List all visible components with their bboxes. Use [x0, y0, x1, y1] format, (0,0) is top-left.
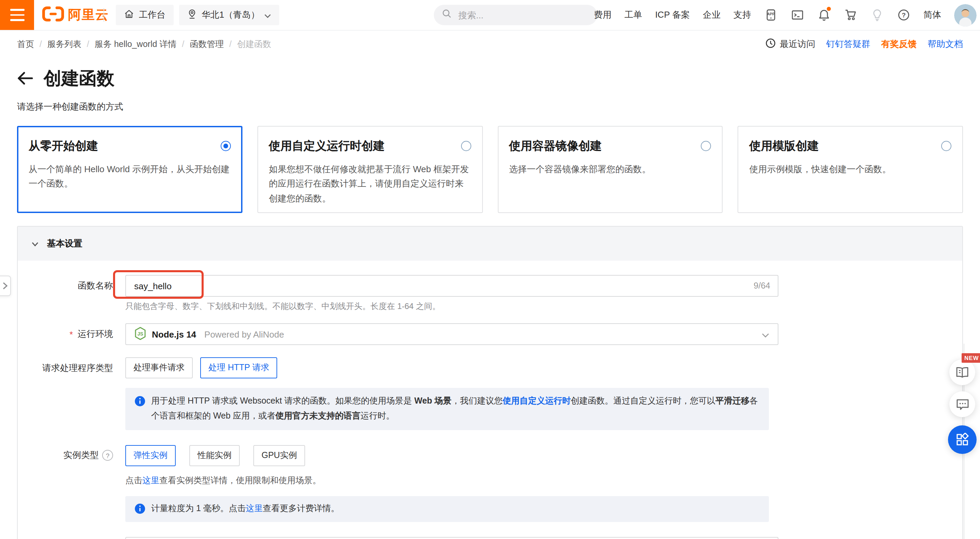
method-card-container-image[interactable]: 使用容器镜像创建 选择一个容器镜像来部署您的函数。: [498, 126, 723, 213]
page-title: 创建函数: [44, 67, 115, 90]
handler-http-button[interactable]: 处理 HTTP 请求: [200, 357, 277, 378]
help-docs-link[interactable]: 帮助文档: [928, 38, 963, 50]
nav-billing[interactable]: 费用: [594, 9, 612, 21]
apps-float-button[interactable]: [948, 425, 977, 454]
lightbulb-icon[interactable]: [870, 8, 884, 22]
function-name-label: 函数名称: [18, 280, 113, 292]
nav-icp[interactable]: ICP 备案: [655, 9, 690, 21]
avatar[interactable]: [954, 4, 977, 26]
section-title: 基本设置: [47, 238, 83, 250]
alibaba-cloud-logo[interactable]: 阿里云: [41, 0, 109, 30]
radio-unselected[interactable]: [701, 141, 711, 151]
info-icon: [135, 504, 145, 517]
chevron-down-icon: [264, 10, 271, 20]
create-method-cards: 从零开始创建 从一个简单的 Hello World 示例开始，从头开始创建一个函…: [17, 126, 963, 213]
svg-text:JS: JS: [137, 331, 143, 336]
method-card-title: 使用模版创建: [749, 138, 819, 154]
chat-icon: [956, 398, 969, 410]
workbench-label: 工作台: [139, 9, 165, 21]
chevron-down-icon: [761, 330, 770, 340]
billing-info-alert: 计量粒度为 1 毫秒。点击这里查看更多计费详情。: [125, 496, 769, 522]
breadcrumb: 首页/ 服务列表/ 服务 hello_world 详情/ 函数管理/ 创建函数: [17, 38, 271, 50]
alert-bold: 使用官方未支持的语言: [275, 411, 361, 420]
breadcrumb-separator: /: [229, 40, 232, 49]
search-icon: [442, 9, 452, 21]
logo-text: 阿里云: [68, 6, 109, 24]
handler-event-button[interactable]: 处理事件请求: [125, 357, 193, 378]
help-text: 点击: [125, 476, 142, 485]
sidebar-expand-toggle[interactable]: [0, 276, 11, 296]
collapse-chevron-icon[interactable]: [31, 238, 39, 250]
dingtalk-group-link[interactable]: 钉钉答疑群: [826, 38, 870, 50]
radio-unselected[interactable]: [941, 141, 951, 151]
method-card-title: 使用自定义运行时创建: [269, 138, 385, 154]
breadcrumb-service-detail[interactable]: 服务 hello_world 详情: [95, 38, 177, 50]
method-card-title: 从零开始创建: [29, 138, 98, 154]
notification-bell-icon[interactable]: [817, 8, 831, 22]
page-subtitle: 请选择一种创建函数的方式: [0, 101, 980, 113]
instance-performance-button[interactable]: 性能实例: [189, 445, 240, 466]
search-input[interactable]: [457, 9, 576, 21]
basic-settings-header[interactable]: 基本设置: [18, 227, 962, 261]
instance-type-help: 点击这里查看实例类型详情，使用限制和使用场景。: [125, 475, 962, 487]
alert-bold: 平滑迁移: [716, 396, 749, 406]
chevron-right-icon: [2, 282, 8, 290]
feedback-link[interactable]: 有奖反馈: [881, 38, 917, 50]
method-card-template[interactable]: 使用模版创建 使用示例模版，快速创建一个函数。: [738, 126, 963, 213]
divider: [103, 8, 104, 22]
question-circle-icon[interactable]: ?: [102, 450, 113, 461]
workbench-button[interactable]: 工作台: [116, 5, 173, 25]
breadcrumb-function-management[interactable]: 函数管理: [190, 38, 224, 50]
language-switcher[interactable]: 简体: [923, 9, 941, 21]
runtime-suffix: Powered by AliNode: [204, 329, 284, 339]
custom-runtime-link[interactable]: 使用自定义运行时: [503, 396, 571, 406]
feedback-float-button[interactable]: [949, 391, 975, 417]
new-badge: NEW: [962, 353, 980, 363]
function-name-input[interactable]: [125, 275, 778, 297]
screen: 阿里云 工作台 华北1（青岛） 费用 工单: [0, 0, 980, 539]
breadcrumb-separator: /: [182, 40, 184, 49]
region-selector[interactable]: 华北1（青岛）: [179, 5, 279, 25]
recent-visits-link[interactable]: 最近访问: [765, 38, 815, 50]
radio-selected[interactable]: [221, 141, 231, 151]
instance-gpu-button[interactable]: GPU实例: [253, 445, 305, 466]
method-card-custom-runtime[interactable]: 使用自定义运行时创建 如果您想不做任何修改就把基于流行 Web 框架开发的应用运…: [258, 126, 483, 213]
alert-text: ，我们建议您: [452, 396, 503, 406]
help-icon[interactable]: ?: [897, 8, 910, 22]
docs-float-button[interactable]: [949, 359, 975, 385]
info-icon: [135, 396, 145, 424]
header-right: 费用 工单 ICP 备案 企业 支持 APP ?: [594, 0, 977, 30]
app-icon[interactable]: APP: [764, 8, 778, 22]
terminal-icon[interactable]: [791, 8, 804, 22]
char-counter: 9/64: [754, 275, 770, 297]
http-info-alert: 用于处理 HTTP 请求或 Websocekt 请求的函数。如果您的使用场景是 …: [125, 388, 769, 430]
recent-visits-label: 最近访问: [780, 38, 815, 50]
alibaba-cloud-logo-mark-icon: [41, 5, 65, 25]
hamburger-menu-icon[interactable]: [0, 0, 34, 30]
cart-icon[interactable]: [844, 8, 858, 22]
memory-select[interactable]: 512 MB: [125, 537, 778, 539]
nav-support[interactable]: 支持: [733, 9, 751, 21]
instance-detail-link[interactable]: 这里: [142, 476, 159, 485]
home-icon: [124, 9, 134, 21]
nav-tickets[interactable]: 工单: [625, 9, 642, 21]
alert-text: 查看更多计费详情。: [263, 504, 339, 513]
runtime-select[interactable]: JS Node.js 14 Powered by AliNode: [125, 323, 778, 345]
instance-type-label: 实例类型 ?: [18, 450, 113, 462]
breadcrumb-service-list[interactable]: 服务列表: [47, 38, 81, 50]
alert-text: 创建函数。通过自定义运行时，您可以: [571, 396, 716, 406]
title-row: 创建函数: [0, 66, 980, 90]
billing-detail-link[interactable]: 这里: [246, 504, 263, 513]
instance-elastic-button[interactable]: 弹性实例: [125, 445, 176, 466]
notification-dot: [827, 7, 831, 11]
global-search[interactable]: [434, 5, 597, 25]
alert-text: 用于处理 HTTP 请求或 Websocekt 请求的函数。如果您的使用场景是: [151, 396, 414, 406]
method-card-desc: 如果您想不做任何修改就把基于流行 Web 框架开发的应用运行在函数计算上，请使用…: [269, 162, 471, 206]
breadcrumb-home[interactable]: 首页: [17, 38, 34, 50]
back-arrow-icon[interactable]: [17, 71, 33, 85]
method-card-from-scratch[interactable]: 从零开始创建 从一个简单的 Hello World 示例开始，从头开始创建一个函…: [17, 126, 242, 213]
radio-unselected[interactable]: [461, 141, 471, 151]
breadcrumb-links: 最近访问 钉钉答疑群 有奖反馈 帮助文档: [765, 38, 963, 50]
nav-enterprise[interactable]: 企业: [703, 9, 721, 21]
apps-grid-icon: [956, 433, 969, 447]
